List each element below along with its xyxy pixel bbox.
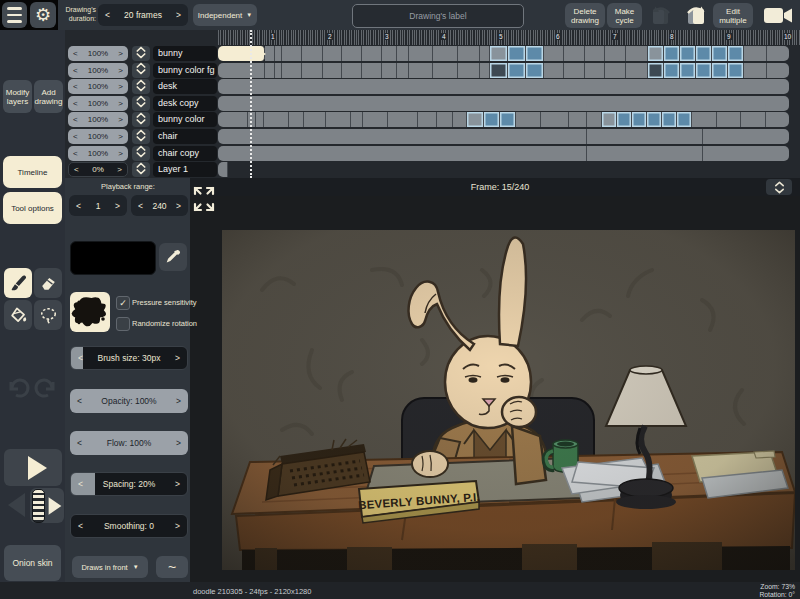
stepper-prev-icon[interactable]: <: [105, 10, 110, 20]
timeline-cell[interactable]: [664, 46, 680, 61]
timeline-cell[interactable]: [282, 63, 302, 78]
layer-opacity-stepper[interactable]: <100%>: [68, 96, 128, 111]
timeline-cell[interactable]: [508, 46, 526, 61]
duration-stepper[interactable]: < 20 frames >: [98, 4, 188, 26]
timeline-cell[interactable]: [382, 46, 397, 61]
timeline-cell[interactable]: [218, 46, 265, 61]
timeline-cell[interactable]: [648, 63, 664, 78]
frame-scrub-control[interactable]: [30, 488, 64, 523]
playhead[interactable]: [250, 30, 252, 178]
timeline-cell[interactable]: [362, 46, 382, 61]
brush-tool-button[interactable]: [4, 268, 32, 298]
timeline-cell[interactable]: [418, 112, 437, 127]
timeline-cell[interactable]: [218, 79, 789, 94]
timeline-cell[interactable]: [490, 63, 508, 78]
timeline-cell[interactable]: [342, 46, 362, 61]
tab-timeline[interactable]: Timeline: [3, 156, 62, 188]
brush-size-slider[interactable]: < Brush size: 30px >: [70, 346, 188, 370]
timeline-cell[interactable]: [744, 63, 767, 78]
timeline-cell[interactable]: [265, 63, 275, 78]
timeline-cell[interactable]: [587, 146, 703, 161]
camera-button[interactable]: [761, 3, 795, 28]
timeline-cell[interactable]: [362, 63, 382, 78]
timeline-cell[interactable]: [302, 63, 323, 78]
timeline-cell[interactable]: [605, 46, 626, 61]
draws-in-front-dropdown[interactable]: Draws in front ▼: [72, 556, 148, 578]
play-button[interactable]: [4, 449, 62, 486]
fullscreen-button[interactable]: [192, 185, 216, 217]
track-Layer-1[interactable]: [218, 162, 789, 177]
timeline-cell[interactable]: [696, 63, 712, 78]
layer-opacity-stepper[interactable]: <100%>: [68, 146, 128, 161]
timeline-cell[interactable]: [323, 46, 342, 61]
timeline-cell[interactable]: [767, 63, 789, 78]
timeline-cell[interactable]: [282, 46, 302, 61]
undo-sidebar-button[interactable]: [5, 374, 31, 400]
playback-end-stepper[interactable]: < 240 >: [131, 195, 188, 216]
timeline-cell[interactable]: [680, 46, 696, 61]
edit-multiple-button[interactable]: Edit multiple: [713, 3, 753, 28]
stepper-next-icon[interactable]: >: [176, 10, 181, 20]
timeline-cell[interactable]: [617, 112, 632, 127]
timeline-cell[interactable]: [363, 112, 388, 127]
layer-reorder-button[interactable]: [132, 162, 150, 177]
timeline-cell[interactable]: [218, 63, 265, 78]
layer-opacity-stepper[interactable]: <100%>: [68, 79, 128, 94]
timeline-cell[interactable]: [480, 63, 490, 78]
timeline-cell[interactable]: [484, 112, 500, 127]
timeline-cell[interactable]: [648, 46, 664, 61]
color-swatch[interactable]: [70, 241, 156, 275]
timeline-cell[interactable]: [664, 63, 680, 78]
timeline-cell[interactable]: [741, 112, 766, 127]
timeline-cell[interactable]: [544, 63, 564, 78]
timeline-cell[interactable]: [508, 63, 526, 78]
pressure-sensitivity-checkbox[interactable]: ✓: [116, 296, 130, 310]
track-bunny-color-fg[interactable]: [218, 63, 789, 78]
timeline-cell[interactable]: [728, 63, 744, 78]
timeline-cell[interactable]: [326, 112, 351, 127]
eraser-tool-button[interactable]: [34, 268, 62, 298]
timeline-cell[interactable]: [696, 46, 712, 61]
track-desk-copy[interactable]: [218, 96, 789, 111]
track-bunny-color[interactable]: [218, 112, 789, 127]
layer-name-field[interactable]: bunny color fg: [153, 63, 217, 78]
step-back-button[interactable]: [8, 493, 25, 517]
independent-dropdown[interactable]: Independent ▼: [193, 4, 257, 26]
delete-drawing-button[interactable]: Delete drawing: [565, 3, 605, 28]
layer-opacity-stepper[interactable]: <0%>: [68, 162, 128, 177]
layer-reorder-button[interactable]: [132, 63, 150, 78]
spacing-slider[interactable]: < Spacing: 20% >: [70, 472, 188, 496]
timeline-cell[interactable]: [490, 46, 508, 61]
timeline-cell[interactable]: [680, 63, 696, 78]
timeline-cell[interactable]: [480, 46, 490, 61]
layer-name-field[interactable]: bunny: [153, 46, 217, 61]
lasso-tool-button[interactable]: [34, 300, 62, 330]
timeline-cell[interactable]: [256, 112, 264, 127]
opacity-slider[interactable]: < Opacity: 100% >: [70, 389, 188, 413]
timeline-cell[interactable]: [516, 112, 541, 127]
timeline-cell[interactable]: [632, 112, 647, 127]
brush-preview[interactable]: [70, 292, 110, 332]
redo-sidebar-button[interactable]: [33, 374, 59, 400]
timeline-cell[interactable]: [647, 112, 662, 127]
timeline-cell[interactable]: [587, 112, 602, 127]
timeline-cell[interactable]: [626, 46, 648, 61]
timeline-cell[interactable]: [437, 112, 453, 127]
timeline-cell[interactable]: [218, 129, 587, 144]
drawings-label-input[interactable]: Drawing's label: [352, 4, 524, 28]
timeline-cell[interactable]: [275, 63, 282, 78]
timeline-cell[interactable]: [626, 63, 648, 78]
timeline-cell[interactable]: [342, 63, 362, 78]
timeline-cell[interactable]: [458, 63, 480, 78]
canvas-artwork[interactable]: BEVERLY BUNNY, P.I.: [222, 230, 795, 570]
paint-bucket-tool-button[interactable]: [4, 300, 32, 330]
track-desk[interactable]: [218, 79, 789, 94]
timeline-cell[interactable]: [692, 112, 717, 127]
layer-name-field[interactable]: bunny color: [153, 112, 217, 127]
smoothing-slider[interactable]: < Smoothing: 0 >: [70, 514, 188, 538]
timeline-cell[interactable]: [564, 63, 585, 78]
modify-layers-button[interactable]: Modify layers: [3, 80, 32, 113]
timeline-cell[interactable]: [766, 112, 789, 127]
timeline-cell[interactable]: [767, 46, 789, 61]
timeline-cell[interactable]: [526, 46, 544, 61]
